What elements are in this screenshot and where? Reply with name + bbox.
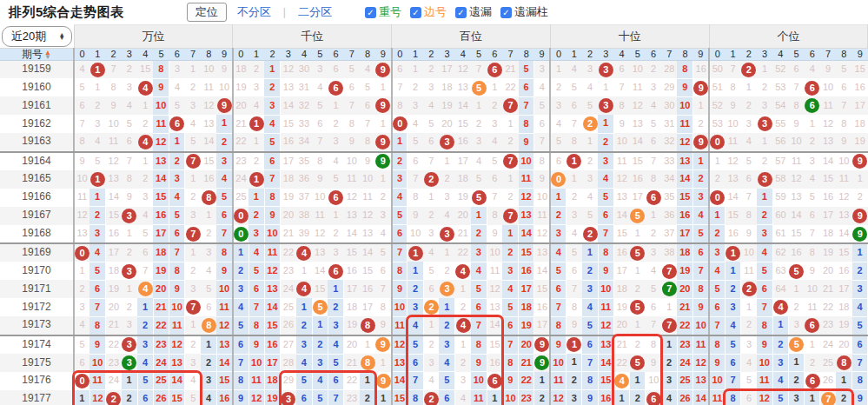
miss-cell: 5 [201,280,216,298]
miss-cell: 4 [248,243,264,262]
miss-cell: 9 [519,133,534,151]
miss-cell: 2 [471,225,487,243]
checkbox-item-yilou[interactable]: ✓ 遗漏 [455,4,492,20]
miss-cell: 1 [852,170,868,189]
draw-circle-red: 6 [805,374,820,388]
checkbox-item-yilouzhu[interactable]: ✓ 遗漏柱 [500,4,548,20]
miss-cell: 7 [392,243,407,262]
draw-circle: 5 [788,335,804,354]
miss-cell: 2 [502,243,518,262]
miss-cell: 6 [836,78,851,96]
miss-cell: 3 [646,78,661,96]
table-row: 1916384116412151422215163473989156316342… [0,133,868,151]
miss-cell: 4 [693,207,709,225]
miss-cell: 10 [646,372,661,390]
miss-cell: 4 [550,115,566,133]
miss-cell: 18 [677,243,692,262]
miss-cell: 19 [677,262,692,280]
miss-cell: 16 [725,225,740,243]
link-bufenqu[interactable]: 不分区 [237,4,271,20]
miss-cell: 21 [519,354,534,372]
miss-cell: 30 [661,96,677,115]
miss-cell: 13 [534,243,550,262]
miss-cell: 9 [852,390,868,405]
miss-cell: 10 [216,280,232,298]
digit-header: 5 [471,49,487,61]
checkbox-item-bianhao[interactable]: ✓ 边号 [410,4,447,20]
draw-circle-red: 1 [90,63,105,77]
miss-cell: 10 [312,189,328,207]
checkbox-checked-icon[interactable]: ✓ [455,7,467,18]
miss-cell: 2 [852,189,868,207]
miss-cell: 8 [646,170,661,189]
miss-cell: 10 [598,280,613,298]
draw-circle-orange: 8 [361,355,375,370]
miss-cell: 7 [264,170,280,189]
miss-cell: 1 [788,354,804,372]
digit-header: 0 [709,49,725,61]
miss-cell: 2 [630,280,646,298]
draw-circle: 7 [661,262,677,280]
draw-circle-red: 6 [646,190,661,205]
miss-cell: 2 [630,390,646,405]
miss-cell: 8 [392,262,407,280]
miss-cell: 16 [852,78,868,96]
issue-number: 19165 [0,170,74,189]
miss-cell: 2 [185,78,201,96]
miss-cell: 7 [471,316,487,335]
miss-cell: 24 [820,335,836,354]
miss-cell: 3 [122,78,137,96]
sort-icon[interactable]: ▲▼ [44,50,51,59]
draw-circle-orange: 5 [630,209,645,223]
miss-cell: 6 [74,354,89,372]
miss-cell: 9 [757,335,772,354]
miss-cell: 15 [630,152,646,170]
miss-cell: 3 [407,96,423,115]
miss-cell: 37 [661,225,677,243]
period-select[interactable]: 近20期 ▲▼ [2,26,72,47]
draw-circle: 4 [455,316,471,335]
draw-circle-red: 3 [758,116,772,131]
miss-cell: 16 [264,335,280,354]
miss-cell: 5 [741,372,757,390]
draw-circle-red: 4 [296,282,311,296]
miss-cell: 10 [153,96,169,115]
issue-number: 19166 [0,189,74,207]
draw-circle-red: 5 [630,300,645,315]
miss-cell: 1 [360,372,375,390]
draw-circle-red: 3 [599,98,613,113]
miss-cell: 4 [852,298,868,316]
draw-circle-orange: 3 [440,282,454,296]
miss-cell: 32 [296,96,312,115]
miss-cell: 8 [344,115,360,133]
mode-button-dingwei[interactable]: 定位 [187,3,227,22]
miss-cell: 2 [201,225,216,243]
miss-cell: 2 [264,78,280,96]
miss-cell: 9 [471,354,487,372]
miss-cell: 9 [725,96,740,115]
issue-column-header[interactable]: 期号▲▼ [0,49,74,61]
miss-cell: 14 [519,225,534,243]
miss-cell: 6 [392,225,407,243]
checkbox-checked-icon[interactable]: ✓ [410,7,421,18]
checkbox-item-chonghao[interactable]: ✓ 重号 [365,4,401,20]
miss-cell: 17 [820,207,836,225]
checkbox-checked-icon[interactable]: ✓ [500,7,512,18]
draw-circle-red: 2 [742,282,757,296]
checkbox-checked-icon[interactable]: ✓ [365,7,376,18]
miss-cell: 17 [360,298,375,316]
draw-circle-red: 0 [710,190,725,205]
link-erfenqu[interactable]: 二分区 [298,4,332,20]
miss-cell: 17 [630,189,646,207]
miss-cell: 8 [375,298,391,316]
miss-cell: 2 [693,115,709,133]
draw-circle-orange: 5 [313,300,328,315]
draw-circle: 1 [567,152,582,170]
miss-cell: 18 [613,280,629,298]
draw-circle-red: 1 [567,154,581,169]
table-row: 1917348213222111812581526213198911412471… [0,316,868,335]
miss-cell: 10 [502,390,518,405]
miss-cell: 11 [693,335,709,354]
draw-circle: 1 [567,335,582,354]
miss-cell: 1 [185,316,201,335]
